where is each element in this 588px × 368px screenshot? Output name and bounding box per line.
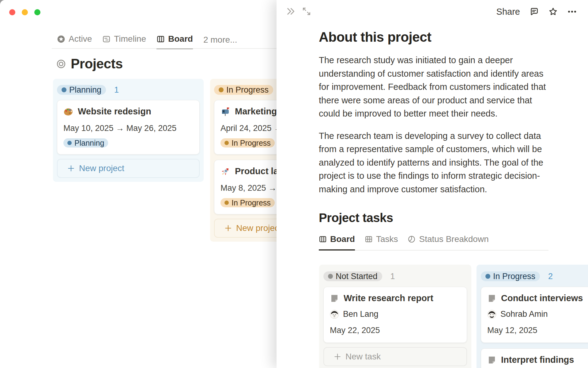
about-paragraph-2: The research team is developing a survey… (319, 129, 548, 196)
task-title: Interpret findings (501, 355, 574, 365)
mailbox-emoji (221, 107, 230, 117)
notion-window: Active Timeline Board 2 more... Projects… (0, 0, 588, 368)
expand-icon[interactable] (302, 6, 311, 16)
tabbar-divider (52, 48, 278, 49)
more-views-button[interactable]: 2 more... (203, 35, 237, 49)
window-controls (9, 9, 40, 15)
tab-label: Active (69, 34, 92, 44)
zoom-window-button[interactable] (34, 9, 40, 15)
board-icon (319, 235, 327, 243)
plus-icon (67, 164, 75, 172)
ellipsis-icon[interactable] (567, 7, 577, 17)
ben-lang-avatar (330, 310, 339, 319)
side-peek-panel: Share About this project The research st… (277, 0, 588, 368)
panel-nav-left (286, 6, 311, 16)
tab-label: Board (168, 34, 193, 44)
task-title: Write research report (344, 293, 433, 303)
assignee-name: Sohrab Amin (500, 309, 548, 319)
page-icon (330, 294, 339, 303)
database-title: Projects (56, 56, 123, 71)
status-badge-in-progress: In Progress (221, 138, 275, 148)
status-label: In Progress (232, 198, 271, 207)
new-project-button[interactable]: New project (57, 159, 200, 178)
pie-icon (408, 235, 416, 243)
task-column-not-started: Not Started 1 Write research report Ben … (319, 265, 471, 368)
task-card-conduct-interviews[interactable]: Conduct interviews Sohrab Amin May 12, 2… (481, 287, 588, 343)
page-icon (487, 294, 496, 303)
tab-board-view[interactable]: Board (319, 234, 355, 251)
task-title: Conduct interviews (501, 293, 583, 303)
page-icon (487, 355, 496, 365)
assignee-name: Ben Lang (343, 309, 379, 319)
tasks-board: Not Started 1 Write research report Ben … (277, 265, 588, 368)
status-dot (224, 201, 229, 205)
column-header: Planning 1 (57, 85, 200, 95)
tab-active-view[interactable]: Active (57, 34, 92, 49)
status-dot (485, 274, 490, 279)
project-card-website-redesign[interactable]: Website redesign May 10, 2025 → May 26, … (57, 100, 200, 155)
status-label: Planning (69, 85, 101, 95)
board-icon (156, 35, 165, 43)
status-badge-planning: Planning (63, 138, 108, 148)
task-card-interpret-findings[interactable]: Interpret findings (481, 348, 588, 368)
status-dot (62, 87, 66, 92)
status-badge-in-progress: In Progress (221, 198, 275, 207)
task-due-date: May 22, 2025 (330, 326, 461, 335)
new-task-label: New task (345, 352, 381, 362)
rocket-emoji (221, 167, 230, 176)
star-icon[interactable] (548, 7, 558, 17)
card-title-row: Write research report (330, 293, 461, 303)
status-dot (67, 141, 72, 145)
card-title-row: Interpret findings (487, 355, 588, 365)
status-dot (219, 87, 224, 92)
status-label: In Progress (232, 139, 271, 148)
sohrab-amin-avatar (487, 310, 496, 319)
plus-icon (334, 353, 341, 361)
status-dot (328, 274, 333, 279)
target-icon (56, 59, 66, 69)
palette-emoji (63, 107, 73, 117)
minimize-window-button[interactable] (22, 9, 28, 15)
status-dot (224, 141, 229, 145)
status-label: Planning (74, 139, 104, 148)
tab-board-view[interactable]: Board (156, 34, 193, 49)
card-date-range: May 10, 2025 → May 26, 2025 (63, 124, 193, 133)
status-badge-not-started[interactable]: Not Started (323, 271, 382, 281)
status-badge-in-progress[interactable]: In Progress (214, 85, 273, 95)
task-card-write-research-report[interactable]: Write research report Ben Lang May 22, 2… (323, 287, 467, 343)
column-header: Not Started 1 (323, 271, 467, 281)
about-heading: About this project (319, 29, 548, 45)
card-title-row: Conduct interviews (487, 293, 588, 303)
new-task-button[interactable]: New task (323, 347, 467, 366)
tab-status-breakdown-view[interactable]: Status Breakdown (408, 234, 488, 251)
task-due-date: May 12, 2025 (487, 326, 588, 335)
panel-content: About this project The research study wa… (319, 0, 548, 251)
tab-label: Status Breakdown (419, 234, 488, 244)
status-label: Not Started (336, 272, 378, 281)
tab-timeline-view[interactable]: Timeline (102, 34, 146, 49)
status-badge-planning[interactable]: Planning (57, 85, 106, 95)
board-column-planning: Planning 1 Website redesign May 10, 2025… (53, 79, 204, 182)
column-count: 1 (114, 85, 119, 95)
project-tasks-heading: Project tasks (319, 211, 548, 225)
new-project-label: New project (236, 223, 281, 233)
tasks-view-tabs: Board Tasks Status Breakdown (319, 234, 548, 251)
close-window-button[interactable] (9, 9, 15, 15)
tab-label: Timeline (114, 34, 146, 44)
about-paragraph-1: The research study was initiated to gain… (319, 54, 548, 121)
card-title: Website redesign (78, 106, 151, 117)
new-project-label: New project (79, 163, 124, 173)
column-count: 1 (390, 272, 395, 281)
assignee-row: Ben Lang (330, 309, 461, 319)
plus-icon (224, 224, 232, 232)
tab-tasks-view[interactable]: Tasks (365, 234, 398, 251)
status-label: In Progress (226, 85, 269, 95)
star-circle-icon (57, 35, 65, 43)
double-chevron-right-icon[interactable] (286, 6, 296, 16)
column-count: 2 (548, 272, 553, 281)
task-column-in-progress: In Progress 2 Conduct interviews Sohrab … (477, 265, 588, 368)
page-title: Projects (71, 56, 123, 71)
status-label: In Progress (493, 272, 535, 281)
status-badge-in-progress[interactable]: In Progress (481, 271, 540, 281)
database-view-tabs: Active Timeline Board 2 more... (57, 34, 237, 49)
